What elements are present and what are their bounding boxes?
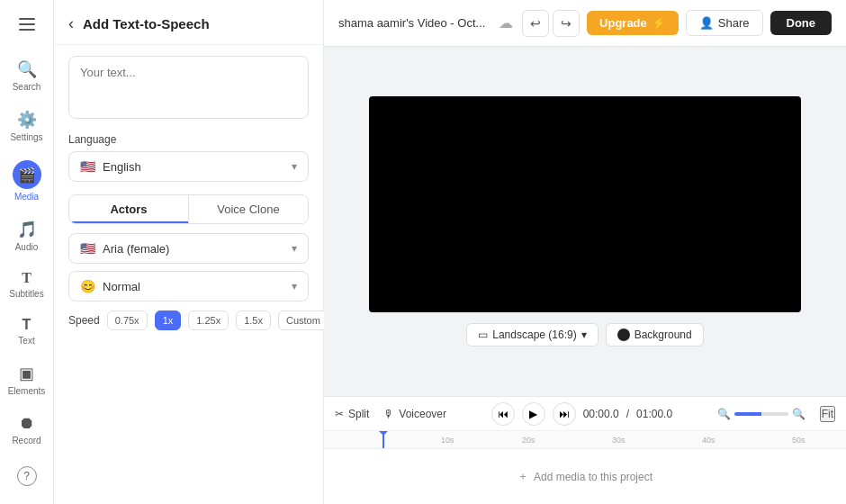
upgrade-label: Upgrade xyxy=(599,16,647,30)
sidebar-item-audio[interactable]: 🎵 Audio xyxy=(4,212,50,259)
back-button[interactable]: ‹ xyxy=(68,14,74,33)
speed-1x[interactable]: 1x xyxy=(155,310,182,330)
audio-icon: 🎵 xyxy=(17,220,37,239)
background-swatch xyxy=(617,328,630,341)
fit-button[interactable]: Fit xyxy=(820,406,835,422)
fast-forward-button[interactable]: ⏭ xyxy=(553,402,576,426)
redo-button[interactable]: ↪ xyxy=(553,10,580,37)
search-icon: 🔍 xyxy=(17,59,37,79)
timeline-ruler: 10s 20s 30s 40s 50s xyxy=(324,431,846,449)
landscape-chevron-icon: ▾ xyxy=(581,328,587,341)
tab-voice-clone[interactable]: Voice Clone xyxy=(189,195,308,223)
svg-rect-0 xyxy=(19,18,35,20)
panel-header: ‹ Add Text-to-Speech xyxy=(54,0,323,45)
playhead[interactable] xyxy=(382,431,384,448)
speed-1.25x[interactable]: 1.25x xyxy=(188,310,229,330)
voice-dropdown[interactable]: 🇺🇸 Aria (female) ▾ xyxy=(68,233,309,264)
cloud-icon[interactable]: ☁ xyxy=(499,14,513,32)
play-button[interactable]: ▶ xyxy=(522,402,545,426)
speed-row: Speed 0.75x 1x 1.25x 1.5x Custom xyxy=(68,310,309,330)
timeline-toolbar: ✂ Split 🎙 Voiceover ⏮ ▶ ⏭ 00:00.0 / 01:0… xyxy=(324,397,846,431)
add-media-label: Add media to this project xyxy=(534,471,652,483)
ruler-mark-40s: 40s xyxy=(702,436,716,445)
split-button[interactable]: ✂ Split xyxy=(335,408,369,420)
voice-selects: 🇺🇸 Aria (female) ▾ 😊 Normal ▾ xyxy=(54,233,323,302)
sidebar-item-settings[interactable]: ⚙️ Settings xyxy=(4,103,50,149)
tts-panel: ‹ Add Text-to-Speech Language 🇺🇸 English… xyxy=(54,0,324,504)
speed-label: Speed xyxy=(68,314,100,327)
tts-text-input[interactable] xyxy=(68,56,309,119)
main-area: shama aamir's Video - Oct... ☁ ↩ ↪ Upgra… xyxy=(324,0,846,504)
topbar: shama aamir's Video - Oct... ☁ ↩ ↪ Upgra… xyxy=(324,0,846,47)
language-flag: 🇺🇸 xyxy=(80,159,95,174)
sidebar-item-text[interactable]: T Text xyxy=(4,310,50,353)
svg-rect-1 xyxy=(19,23,35,25)
topbar-actions: ↩ ↪ Upgrade ⚡ 👤 Share Done xyxy=(522,10,832,37)
mood-chevron-icon: ▾ xyxy=(292,280,297,292)
mood-dropdown[interactable]: 😊 Normal ▾ xyxy=(68,271,309,302)
settings-icon: ⚙️ xyxy=(17,110,37,130)
speed-custom[interactable]: Custom xyxy=(278,310,328,330)
zoom-in-icon[interactable]: 🔍 xyxy=(792,408,806,420)
zoom-slider[interactable] xyxy=(734,412,788,416)
voice-tabs: Actors Voice Clone xyxy=(68,194,309,224)
add-media-button[interactable]: ＋ Add media to this project xyxy=(518,469,652,484)
upgrade-button[interactable]: Upgrade ⚡ xyxy=(587,11,679,35)
split-label: Split xyxy=(348,408,369,420)
voice-value: Aria (female) xyxy=(103,242,284,256)
language-dropdown[interactable]: 🇺🇸 English ▾ xyxy=(68,151,309,182)
landscape-button[interactable]: ▭ Landscape (16:9) ▾ xyxy=(466,323,598,346)
speed-0.75x[interactable]: 0.75x xyxy=(107,310,148,330)
current-time: 00:00.0 xyxy=(583,408,619,420)
speed-1.5x[interactable]: 1.5x xyxy=(236,310,271,330)
voice-flag: 🇺🇸 xyxy=(80,241,95,256)
voice-chevron-icon: ▾ xyxy=(292,242,297,255)
language-label: Language xyxy=(54,133,323,151)
lightning-icon: ⚡ xyxy=(652,16,666,30)
canvas-area: ▭ Landscape (16:9) ▾ Background xyxy=(324,47,846,396)
text-icon: T xyxy=(22,317,32,333)
zoom-out-icon[interactable]: 🔍 xyxy=(717,408,731,420)
ruler-mark-10s: 10s xyxy=(441,436,454,445)
add-media-icon: ＋ xyxy=(518,469,528,484)
zoom-controls: 🔍 🔍 xyxy=(717,408,806,420)
share-label: Share xyxy=(718,16,750,30)
svg-rect-2 xyxy=(19,29,35,31)
timeline-track: ＋ Add media to this project xyxy=(324,449,846,504)
sidebar-item-subtitles[interactable]: T Subtitles xyxy=(4,263,50,306)
sidebar-item-search[interactable]: 🔍 Search xyxy=(4,52,50,99)
undo-redo-group: ↩ ↪ xyxy=(522,10,580,37)
project-title: shama aamir's Video - Oct... xyxy=(338,16,490,30)
canvas-controls: ▭ Landscape (16:9) ▾ Background xyxy=(466,323,703,346)
language-value: English xyxy=(103,160,284,174)
playback-controls: ⏮ ▶ ⏭ 00:00.0 / 01:00.0 xyxy=(491,402,672,426)
total-time: 01:00.0 xyxy=(636,408,672,420)
subtitles-icon: T xyxy=(22,270,32,286)
sidebar-item-media[interactable]: 🎬 Media xyxy=(4,153,50,209)
landscape-label: Landscape (16:9) xyxy=(492,328,576,341)
sidebar-item-record[interactable]: ⏺ Record xyxy=(4,407,50,453)
sidebar-item-elements[interactable]: ▣ Elements xyxy=(4,356,50,403)
voiceover-button[interactable]: 🎙 Voiceover xyxy=(383,408,446,420)
mood-value: Normal xyxy=(103,280,284,293)
hamburger-menu[interactable] xyxy=(12,11,42,41)
background-label: Background xyxy=(634,328,692,341)
elements-icon: ▣ xyxy=(19,364,34,383)
record-icon: ⏺ xyxy=(19,414,35,433)
ruler-mark-50s: 50s xyxy=(792,436,806,445)
tab-actors[interactable]: Actors xyxy=(69,195,189,223)
timeline: ✂ Split 🎙 Voiceover ⏮ ▶ ⏭ 00:00.0 / 01:0… xyxy=(324,396,846,504)
background-button[interactable]: Background xyxy=(606,323,704,346)
undo-button[interactable]: ↩ xyxy=(522,10,549,37)
text-area-section xyxy=(54,45,323,133)
video-preview xyxy=(369,96,801,312)
media-icon: 🎬 xyxy=(18,166,36,184)
sidebar: 🔍 Search ⚙️ Settings 🎬 Media 🎵 Audio T S… xyxy=(0,0,54,504)
ruler-mark-30s: 30s xyxy=(612,436,626,445)
rewind-button[interactable]: ⏮ xyxy=(491,402,515,426)
done-button[interactable]: Done xyxy=(770,11,832,35)
share-button[interactable]: 👤 Share xyxy=(686,10,763,36)
help-icon: ? xyxy=(17,466,37,486)
voiceover-label: Voiceover xyxy=(399,408,446,420)
sidebar-item-help[interactable]: ? xyxy=(4,459,50,493)
